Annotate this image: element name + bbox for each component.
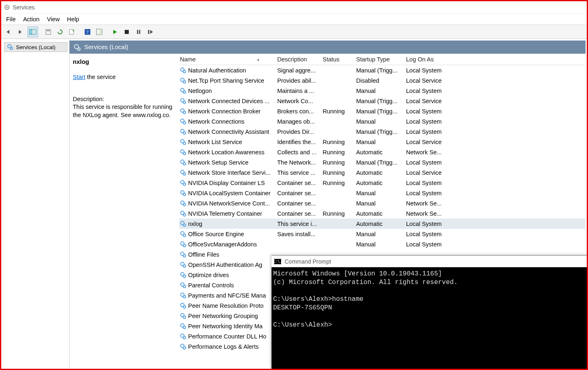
svg-point-68 — [183, 316, 186, 318]
service-icon — [180, 98, 186, 104]
service-row[interactable]: Natural AuthenticationSignal aggre...Man… — [179, 65, 586, 75]
toolbar: ? — [1, 25, 587, 39]
sort-caret-icon: ▴ — [257, 57, 259, 61]
show-hide-tree-button[interactable] — [27, 27, 38, 37]
service-row[interactable]: Net.Tcp Port Sharing ServiceProvides abi… — [179, 75, 586, 86]
show-hide-actions-button[interactable] — [94, 27, 105, 37]
tree-pane: Services (Local) — [2, 41, 70, 368]
command-prompt-window[interactable]: C:\. Command Prompt Microsoft Windows [V… — [272, 255, 588, 370]
svg-point-24 — [183, 91, 186, 93]
service-name: Performance Logs & Alerts — [188, 343, 258, 350]
services-app-icon — [4, 4, 10, 11]
service-row[interactable]: NVIDIA Telemetry ContainerContainer se..… — [179, 208, 586, 219]
service-desc: Provides Dir... — [276, 129, 321, 135]
help-button[interactable]: ? — [82, 27, 93, 37]
service-logon: Local Service — [404, 169, 444, 176]
service-desc: Container se... — [276, 210, 321, 217]
svg-rect-13 — [139, 30, 140, 34]
service-logon: Network Se... — [404, 200, 444, 207]
service-desc: Provides abil... — [276, 77, 321, 84]
service-row[interactable]: Network List ServiceIdentifies the...Run… — [179, 137, 586, 147]
selected-service-name: nxlog — [73, 58, 176, 66]
refresh-button[interactable] — [55, 27, 65, 37]
command-prompt-icon: C:\. — [274, 259, 281, 264]
service-status: Running — [321, 210, 355, 217]
list-title: Services (Local) — [84, 43, 128, 50]
service-startup: Automatic — [355, 169, 404, 176]
menu-help[interactable]: Help — [67, 16, 79, 23]
start-service-link[interactable]: Start — [73, 74, 85, 80]
svg-point-26 — [183, 101, 186, 104]
service-row[interactable]: NetlogonMaintains a ...ManualLocal Syste… — [179, 86, 586, 96]
service-status: Running — [321, 149, 355, 156]
service-startup: Automatic — [355, 210, 404, 217]
svg-rect-3 — [29, 29, 32, 34]
svg-point-18 — [78, 48, 80, 50]
service-status: Running — [321, 159, 355, 166]
service-logon: Local Service — [404, 139, 444, 145]
service-row[interactable]: Network Connected Devices ...Network Co.… — [179, 96, 586, 106]
service-row[interactable]: Network Setup ServiceThe Network...Runni… — [179, 157, 586, 167]
service-row[interactable]: NVIDIA Display Container LSContainer se.… — [179, 178, 586, 188]
service-startup: Manual (Trigg... — [355, 129, 404, 135]
menu-action[interactable]: Action — [23, 16, 39, 23]
service-name: Network Location Awareness — [188, 149, 265, 156]
service-name: Netlogon — [188, 88, 212, 94]
col-logon[interactable]: Log On As — [404, 56, 444, 63]
service-name: Natural Authentication — [188, 67, 246, 74]
command-prompt-output[interactable]: Microsoft Windows [Version 10.0.19043.11… — [272, 267, 588, 332]
svg-point-60 — [183, 275, 186, 278]
svg-point-32 — [183, 132, 186, 134]
col-startup[interactable]: Startup Type — [355, 56, 404, 63]
export-list-button[interactable] — [67, 27, 77, 37]
service-row[interactable]: Network Location AwarenessCollects and .… — [179, 147, 586, 157]
properties-button[interactable] — [43, 27, 54, 37]
restart-service-button[interactable] — [145, 27, 156, 37]
menu-view[interactable]: View — [47, 16, 60, 23]
service-row[interactable]: Network Store Interface Servi...This ser… — [179, 167, 586, 178]
service-name: NVIDIA Display Container LS — [188, 180, 265, 186]
service-name: Peer Name Resolution Proto — [188, 302, 264, 309]
service-startup: Automatic — [355, 221, 404, 227]
service-row[interactable]: Office Source EngineSaves install...Manu… — [179, 229, 586, 239]
service-logon: Local Service — [404, 77, 444, 84]
col-status[interactable]: Status — [321, 56, 355, 63]
gears-icon — [7, 44, 13, 50]
service-logon: Local System — [404, 118, 444, 125]
svg-point-20 — [183, 70, 186, 73]
command-prompt-titlebar[interactable]: C:\. Command Prompt — [272, 256, 588, 267]
service-desc: Maintains a ... — [276, 88, 321, 94]
svg-point-44 — [183, 193, 186, 196]
menu-file[interactable]: File — [6, 16, 16, 23]
service-row[interactable]: NVIDIA LocalSystem ContainerContainer se… — [179, 188, 586, 198]
tree-item-services-local[interactable]: Services (Local) — [4, 42, 67, 52]
service-name: Network Setup Service — [188, 159, 248, 166]
nav-forward-button[interactable] — [16, 27, 26, 37]
service-startup: Automatic — [355, 149, 404, 156]
service-row[interactable]: OfficeSvcManagerAddonsManualLocal System — [179, 239, 586, 249]
service-row[interactable]: nxlogThis service i...AutomaticLocal Sys… — [179, 219, 586, 229]
service-desc: The Network... — [276, 159, 321, 166]
service-desc: Identifies the... — [276, 139, 321, 145]
service-name: Network Connected Devices ... — [188, 98, 269, 104]
service-icon — [180, 190, 186, 196]
col-description[interactable]: Description — [276, 56, 321, 63]
stop-service-button[interactable] — [121, 27, 132, 37]
service-row[interactable]: NVIDIA NetworkService Cont...Container s… — [179, 198, 586, 208]
service-row[interactable]: Network Connection BrokerBrokers con...R… — [179, 106, 586, 116]
col-name[interactable]: Name▴ — [179, 56, 276, 63]
pause-service-button[interactable] — [133, 27, 144, 37]
svg-rect-4 — [46, 29, 51, 34]
service-icon — [180, 159, 186, 166]
svg-point-16 — [10, 47, 13, 50]
service-logon: Local System — [404, 88, 444, 94]
menubar: File Action View Help — [1, 14, 587, 25]
svg-point-70 — [183, 326, 186, 329]
service-desc: Signal aggre... — [276, 67, 321, 74]
nav-back-button[interactable] — [4, 27, 14, 37]
service-row[interactable]: Network ConnectionsManages ob...ManualLo… — [179, 116, 586, 126]
service-row[interactable]: Network Connectivity AssistantProvides D… — [179, 126, 586, 137]
service-startup: Disabled — [355, 77, 404, 84]
start-service-button[interactable] — [110, 27, 120, 37]
service-desc: Container se... — [276, 200, 321, 207]
